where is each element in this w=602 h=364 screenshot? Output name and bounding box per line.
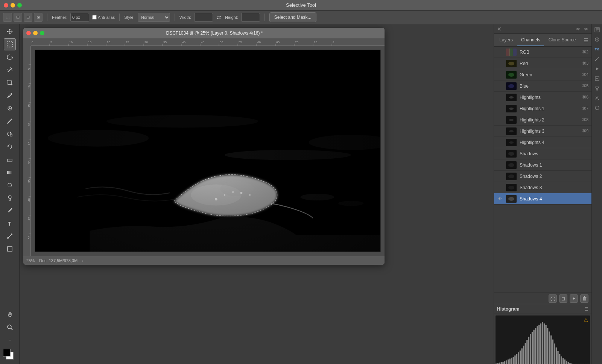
new-channel-btn[interactable]: + (570, 294, 578, 303)
channel-eye-highlights2[interactable] (497, 117, 503, 123)
tab-clone-source[interactable]: Clone Source (545, 34, 580, 46)
export-icon-btn[interactable] (593, 74, 601, 83)
maximize-button[interactable] (17, 3, 22, 8)
histogram-menu-btn[interactable]: ☰ (584, 306, 588, 312)
channel-thumb-blue (506, 82, 517, 90)
channel-eye-green[interactable] (497, 72, 503, 78)
document-image (35, 50, 381, 252)
channel-highlights[interactable]: Hightlights ⌘6 (494, 92, 591, 103)
channel-eye-red[interactable] (497, 61, 503, 67)
eyedropper-tool[interactable] (4, 89, 16, 102)
anti-alias-checkbox[interactable] (92, 15, 97, 20)
select-and-mask-btn[interactable]: Select and Mask... (269, 12, 316, 22)
channel-green[interactable]: Green ⌘4 (494, 69, 591, 80)
play-icon-btn[interactable] (593, 65, 601, 73)
shape-tool[interactable] (4, 243, 16, 255)
channel-shadows1[interactable]: Shadows 1 (494, 159, 591, 171)
svg-point-113 (508, 163, 514, 167)
brush-tool[interactable] (4, 115, 16, 127)
properties-icon-btn[interactable] (593, 26, 601, 34)
doc-close-btn[interactable] (26, 31, 31, 35)
tab-layers[interactable]: Layers (496, 34, 517, 46)
panel-expand-btn[interactable]: ≫ (582, 26, 590, 32)
svg-text:50: 50 (220, 41, 223, 44)
panel-collapse-btn[interactable]: ≪ (574, 26, 582, 32)
crop-tool[interactable] (4, 77, 16, 89)
channel-eye-shadows1[interactable] (497, 162, 503, 168)
panel-close-btn[interactable]: ✕ (496, 25, 503, 33)
tab-channels[interactable]: Channels (517, 34, 544, 46)
channel-highlights4[interactable]: Hightlights 4 (494, 137, 591, 148)
minimize-button[interactable] (11, 3, 15, 8)
history-brush-tool[interactable] (4, 141, 16, 153)
width-input[interactable] (194, 13, 213, 22)
foreground-color-swatch[interactable] (3, 349, 11, 356)
channel-eye-shadows2[interactable] (497, 173, 503, 179)
anti-alias-label[interactable]: Anti-alias (92, 15, 115, 20)
channel-shadows2[interactable]: Shadows 2 (494, 171, 591, 182)
path-selection-tool[interactable] (4, 230, 16, 242)
delete-channel-btn[interactable]: 🗑 (580, 294, 588, 303)
channel-eye-highlights1[interactable] (497, 106, 503, 112)
doc-minimize-btn[interactable] (33, 31, 38, 35)
panel-menu-btn[interactable]: ☰ (582, 36, 590, 44)
swap-dimensions-btn[interactable]: ⇄ (216, 14, 222, 21)
status-more-btn[interactable]: › (82, 258, 84, 263)
hand-tool[interactable] (4, 308, 16, 320)
text-tool[interactable]: T (4, 217, 16, 229)
eraser-tool[interactable] (4, 153, 16, 165)
canvas-viewport[interactable] (31, 46, 385, 256)
subtract-from-selection-btn[interactable]: ⊟ (24, 13, 32, 22)
blur-tool[interactable] (4, 179, 16, 191)
channel-shadows[interactable]: Shadows (494, 148, 591, 159)
save-selection-btn[interactable]: ◻ (559, 294, 567, 303)
channel-eye-highlights4[interactable] (497, 140, 503, 146)
intersect-selection-btn[interactable]: ⊠ (34, 13, 43, 22)
tk-icon-btn[interactable]: TK (593, 45, 601, 53)
more-tools[interactable]: ··· (4, 334, 16, 346)
channel-eye-blue[interactable] (497, 83, 503, 89)
close-button[interactable] (4, 3, 8, 8)
move-tool[interactable] (4, 26, 16, 38)
channel-shadows4[interactable]: 👁 Shadows 4 (494, 193, 591, 205)
channel-eye-rgb[interactable] (497, 49, 503, 55)
channel-eye-shadows[interactable] (497, 151, 503, 157)
svg-rect-53 (23, 46, 31, 256)
filter-icon-btn[interactable] (593, 84, 601, 93)
doc-maximize-btn[interactable] (40, 31, 44, 35)
svg-point-111 (508, 152, 514, 156)
svg-text:30: 30 (27, 161, 31, 164)
pen-tool[interactable] (4, 205, 16, 217)
ruler-corner (23, 38, 31, 46)
channel-highlights3[interactable]: Hightlights 3 ⌘9 (494, 126, 591, 137)
svg-text:65: 65 (276, 41, 280, 44)
healing-tool[interactable] (4, 102, 16, 114)
settings-icon-btn[interactable] (593, 94, 601, 102)
rectangular-marquee-btn[interactable]: ⬚ (3, 13, 12, 22)
channel-eye-shadows3[interactable] (497, 185, 503, 191)
channel-shadows3[interactable]: Shadows 3 (494, 182, 591, 193)
channel-eye-highlights3[interactable] (497, 128, 503, 134)
load-selection-btn[interactable]: ◯ (549, 294, 557, 303)
channel-highlights2[interactable]: Hightlights 2 ⌘8 (494, 114, 591, 126)
magic-wand-tool[interactable] (4, 64, 16, 76)
lasso-tool[interactable] (4, 51, 16, 63)
channel-red[interactable]: Red ⌘3 (494, 58, 591, 69)
zoom-tool[interactable] (4, 321, 16, 333)
dodge-tool[interactable] (4, 192, 16, 204)
marquee-tool[interactable] (4, 38, 16, 50)
channel-blue[interactable]: Blue ⌘5 (494, 80, 591, 92)
feather-input[interactable] (70, 13, 89, 22)
adjustments-icon-btn[interactable] (593, 35, 601, 44)
channel-eye-highlights[interactable] (497, 94, 503, 100)
channel-highlights1[interactable]: Hightlights 1 ⌘7 (494, 103, 591, 114)
curves-icon-btn[interactable] (593, 55, 601, 63)
clone-stamp-tool[interactable] (4, 128, 16, 140)
circle-icon-btn[interactable] (593, 104, 601, 112)
add-to-selection-btn[interactable]: ⊞ (14, 13, 22, 22)
channel-rgb[interactable]: RGB ⌘2 (494, 47, 591, 58)
height-input[interactable] (241, 13, 260, 22)
style-select[interactable]: Normal Fixed Ratio Fixed Size (138, 13, 170, 22)
gradient-tool[interactable] (4, 166, 16, 178)
channel-eye-shadows4[interactable]: 👁 (497, 196, 503, 202)
